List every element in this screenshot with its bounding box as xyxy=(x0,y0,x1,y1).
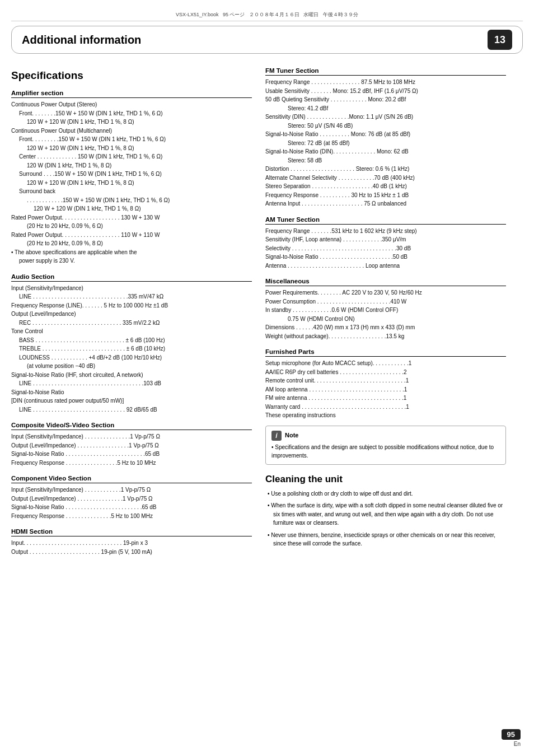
header-bar: Additional information 13 xyxy=(11,26,523,54)
audio-section-content: Input (Sensitivity/Impedance) LINE . . .… xyxy=(11,284,252,414)
audio-section-heading: Audio Section xyxy=(11,273,252,282)
component-section-content: Input (Sensitivity/Impedance) . . . . . … xyxy=(11,486,252,520)
meta-date: ２００８年４月１６日 xyxy=(249,12,299,17)
miscellaneous-heading: Miscellaneous xyxy=(265,278,506,286)
page-number: 95 xyxy=(502,729,521,740)
furnished-parts-heading: Furnished Parts xyxy=(265,348,506,357)
page-title: Additional information xyxy=(22,34,488,46)
amplifier-section-heading: Amplifier section xyxy=(11,90,252,98)
chapter-badge: 13 xyxy=(488,30,512,50)
hdmi-section-heading: HDMI Section xyxy=(11,528,252,536)
miscellaneous-content: Power Requirements. . . . . . . . AC 220… xyxy=(265,288,506,340)
meta-time: 午後４時３９分 xyxy=(323,12,358,17)
note-heading: i Note xyxy=(271,431,500,441)
note-box: i Note • Specifications and the design a… xyxy=(265,426,506,465)
cleaning-heading: Cleaning the unit xyxy=(265,474,506,485)
meta-page-jp: 95 ページ xyxy=(223,12,245,17)
composite-section-heading: Composite Video/S-Video Section xyxy=(11,422,252,430)
left-column: Specifications Amplifier section Continu… xyxy=(11,67,252,556)
content-columns: Specifications Amplifier section Continu… xyxy=(11,67,523,556)
page-wrapper: VSX-LX51_IY.book 95 ページ ２００８年４月１６日 水曜日 午… xyxy=(0,0,534,756)
top-meta: VSX-LX51_IY.book 95 ページ ２００８年４月１６日 水曜日 午… xyxy=(11,11,523,21)
meta-filename: VSX-LX51_IY.book xyxy=(176,12,218,17)
meta-day: 水曜日 xyxy=(303,12,318,17)
specifications-heading: Specifications xyxy=(11,69,252,82)
cleaning-item-1: Use a polishing cloth or dry cloth to wi… xyxy=(265,489,506,498)
am-tuner-heading: AM Tuner Section xyxy=(265,216,506,225)
note-icon: i xyxy=(271,431,282,441)
composite-section-content: Input (Sensitivity/Impedance) . . . . . … xyxy=(11,432,252,467)
component-section-heading: Component Video Section xyxy=(11,475,252,483)
note-label: Note xyxy=(285,431,298,440)
cleaning-list: Use a polishing cloth or dry cloth to wi… xyxy=(265,489,506,548)
right-column: FM Tuner Section Frequency Range . . . .… xyxy=(265,67,506,556)
footer-lang: En xyxy=(514,741,521,747)
fm-tuner-content: Frequency Range . . . . . . . . . . . . … xyxy=(265,78,506,208)
cleaning-item-2: When the surface is dirty, wipe with a s… xyxy=(265,501,506,528)
fm-tuner-heading: FM Tuner Section xyxy=(265,67,506,76)
am-tuner-content: Frequency Range . . . . . . .531 kHz to … xyxy=(265,227,506,270)
hdmi-section-content: Input. . . . . . . . . . . . . . . . . .… xyxy=(11,539,252,556)
cleaning-item-3: Never use thinners, benzine, insecticide… xyxy=(265,531,506,548)
page-footer: 95 En xyxy=(502,729,521,747)
note-text: • Specifications and the design are subj… xyxy=(271,443,500,460)
furnished-parts-content: Setup microphone (for Auto MCACC setup).… xyxy=(265,359,506,420)
amplifier-section-content: Continuous Power Output (Stereo) Front. … xyxy=(11,100,252,265)
